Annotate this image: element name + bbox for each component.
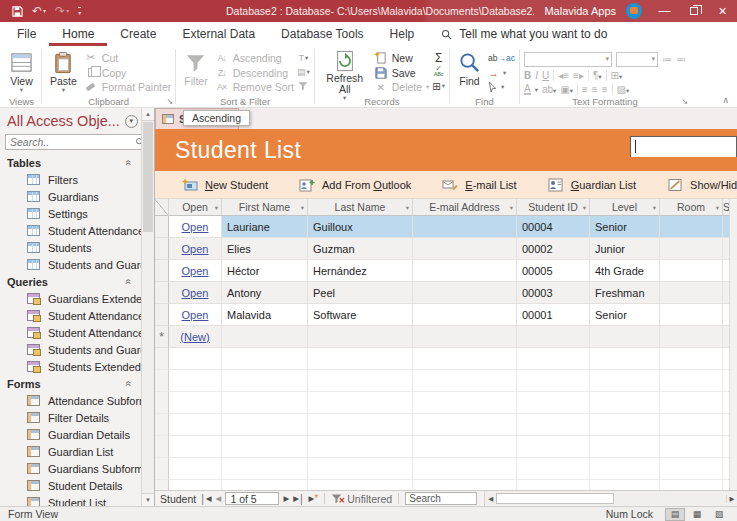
column-header-student-id[interactable]: Student ID▾ bbox=[517, 199, 590, 216]
nav-search-box[interactable] bbox=[5, 134, 149, 150]
column-dropdown-icon[interactable]: ▾ bbox=[653, 204, 656, 212]
nav-item-guardian-details[interactable]: Guardian Details bbox=[0, 426, 154, 443]
save-record-button[interactable]: Save bbox=[374, 66, 430, 80]
minimize-button[interactable]: — bbox=[650, 0, 679, 22]
account-name[interactable]: Malavida Apps bbox=[534, 5, 626, 17]
design-view-button[interactable]: ▧ bbox=[709, 508, 729, 521]
horizontal-scrollbar[interactable]: ◀ ▶ bbox=[484, 491, 737, 506]
refresh-all-button[interactable]: Refresh All ▾ bbox=[319, 48, 371, 94]
filter-options-button[interactable]: ▤▾ bbox=[297, 66, 310, 78]
highlight-color-icon[interactable]: ab▾ bbox=[542, 84, 556, 95]
descending-button[interactable]: Z↓Descending bbox=[215, 66, 294, 80]
dialog-launcher-icon[interactable]: ↘ bbox=[167, 97, 174, 106]
nav-item-filters[interactable]: Filters bbox=[0, 171, 154, 188]
account-avatar[interactable] bbox=[626, 3, 642, 19]
nav-item-attendance-subform[interactable]: Attendance Subform bbox=[0, 392, 154, 409]
numbering-icon[interactable]: ≕ bbox=[676, 54, 686, 65]
column-header-first-name[interactable]: First Name▾ bbox=[222, 199, 308, 216]
open-link[interactable]: Open bbox=[182, 265, 209, 277]
italic-button[interactable]: I bbox=[535, 70, 538, 81]
copy-button[interactable]: Copy bbox=[84, 66, 171, 80]
new-record-row[interactable]: *(New) bbox=[155, 326, 737, 348]
show-hide-fields-button[interactable]: Show/Hide Fields bbox=[667, 178, 737, 192]
column-dropdown-icon[interactable]: ▾ bbox=[301, 204, 304, 212]
column-dropdown-icon[interactable]: ▾ bbox=[510, 204, 513, 212]
nav-section-tables[interactable]: Tables« bbox=[0, 154, 154, 171]
open-link[interactable]: Open bbox=[182, 221, 209, 233]
last-record-icon[interactable]: ▶│ bbox=[293, 494, 304, 504]
nav-item-students[interactable]: Students bbox=[0, 239, 154, 256]
nav-item-students-and-guardians-e[interactable]: Students and Guardians E... bbox=[0, 341, 154, 358]
font-size-combo[interactable] bbox=[616, 52, 658, 67]
new-record-icon[interactable]: ▶* bbox=[309, 494, 319, 503]
nav-item-guardians[interactable]: Guardians bbox=[0, 188, 154, 205]
decrease-indent-icon[interactable]: ◂≡ bbox=[558, 70, 569, 81]
next-record-icon[interactable]: ▶ bbox=[283, 494, 289, 503]
spelling-button[interactable]: ✓ᴬᴮᶜ bbox=[434, 66, 444, 78]
filter-indicator-icon[interactable]: ✕ bbox=[331, 493, 343, 504]
background-color-icon[interactable]: ▣▾ bbox=[560, 84, 573, 95]
form-view-button[interactable]: ▤ bbox=[665, 508, 685, 521]
scroll-up-icon[interactable]: ▲ bbox=[142, 108, 154, 121]
nav-item-student-attendance-exten[interactable]: Student Attendance Exten... bbox=[0, 324, 154, 341]
column-dropdown-icon[interactable]: ▾ bbox=[716, 204, 719, 212]
bold-button[interactable]: B bbox=[524, 70, 531, 81]
email-list-button[interactable]: E-mail List bbox=[442, 178, 516, 192]
record-search-input[interactable] bbox=[405, 492, 477, 505]
ribbon-tab-create[interactable]: Create bbox=[107, 22, 169, 46]
find-button[interactable]: Find bbox=[454, 48, 485, 94]
record-position[interactable]: 1 of 5 bbox=[225, 492, 279, 505]
previous-record-icon[interactable]: ◀ bbox=[216, 494, 222, 503]
column-dropdown-icon[interactable]: ▾ bbox=[583, 204, 586, 212]
first-record-icon[interactable]: │◀ bbox=[200, 494, 211, 504]
column-header-last-name[interactable]: Last Name▾ bbox=[308, 199, 413, 216]
scrollbar-thumb[interactable] bbox=[496, 493, 614, 504]
undo-button[interactable]: ↶▾ bbox=[32, 6, 46, 16]
ribbon-tab-database-tools[interactable]: Database Tools bbox=[268, 22, 377, 46]
nav-item-student-details[interactable]: Student Details bbox=[0, 477, 154, 494]
format-painter-button[interactable]: Format Painter bbox=[84, 80, 171, 94]
column-header-room[interactable]: Room▾ bbox=[660, 199, 723, 216]
nav-search-input[interactable] bbox=[6, 136, 135, 148]
customize-qat-icon[interactable]: ▾ bbox=[78, 7, 81, 16]
add-from-outlook-button[interactable]: Add From Outlook bbox=[299, 178, 411, 192]
scroll-down-icon[interactable]: ▼ bbox=[142, 493, 154, 506]
filter-state-label[interactable]: Unfiltered bbox=[347, 493, 392, 505]
new-record-link[interactable]: (New) bbox=[180, 331, 209, 343]
advanced-filter-button[interactable]: T▾ bbox=[298, 52, 308, 64]
scroll-left-icon[interactable]: ◀ bbox=[485, 495, 496, 503]
nav-item-student-attendance-count[interactable]: Student Attendance Count bbox=[0, 307, 154, 324]
ribbon-tab-file[interactable]: File bbox=[4, 22, 49, 46]
collapse-section-icon[interactable]: « bbox=[124, 279, 135, 285]
column-header-level[interactable]: Level▾ bbox=[590, 199, 660, 216]
column-header-e-mail-address[interactable]: E-mail Address▾ bbox=[413, 199, 517, 216]
nav-scrollbar[interactable]: ▲ ▼ bbox=[141, 108, 154, 506]
nav-item-guardian-list[interactable]: Guardian List bbox=[0, 443, 154, 460]
scroll-right-icon[interactable]: ▶ bbox=[726, 495, 737, 503]
student-row[interactable]: OpenLaurianeGuilloux00004Senior bbox=[155, 216, 737, 238]
remove-sort-button[interactable]: A×Remove Sort bbox=[215, 80, 294, 94]
collapse-section-icon[interactable]: « bbox=[124, 381, 135, 387]
align-center-icon[interactable]: ≡ bbox=[592, 84, 598, 95]
select-all-corner[interactable] bbox=[155, 199, 169, 216]
nav-item-guardians-subform[interactable]: Guardians Subform bbox=[0, 460, 154, 477]
tell-me-box[interactable]: Tell me what you want to do bbox=[441, 22, 607, 46]
nav-item-settings[interactable]: Settings bbox=[0, 205, 154, 222]
alternate-row-color-icon[interactable]: ▨▾ bbox=[617, 84, 630, 95]
student-row[interactable]: OpenEliesGuzman00002Junior bbox=[155, 238, 737, 260]
nav-item-students-extended[interactable]: Students Extended bbox=[0, 358, 154, 375]
student-search-input[interactable] bbox=[631, 138, 736, 157]
filter-button[interactable]: Filter bbox=[180, 48, 211, 94]
gridlines-icon[interactable]: ⊞▾ bbox=[611, 70, 623, 81]
open-link[interactable]: Open bbox=[182, 243, 209, 255]
more-records-button[interactable]: ⊞▾ bbox=[432, 80, 445, 92]
collapse-section-icon[interactable]: « bbox=[124, 160, 135, 166]
nav-pane-header[interactable]: All Access Obje... ▼ « bbox=[0, 108, 154, 134]
nav-item-students-and-guardians[interactable]: Students and Guardians bbox=[0, 256, 154, 273]
text-direction-icon[interactable]: ¶▾ bbox=[593, 70, 602, 81]
goto-button[interactable]: →▾ bbox=[488, 66, 515, 80]
student-row[interactable]: OpenAntonyPeel00003Freshman bbox=[155, 282, 737, 304]
ascending-button[interactable]: A↓Ascending bbox=[215, 51, 294, 65]
select-button[interactable]: ▾ bbox=[488, 80, 515, 94]
nav-pane-menu-icon[interactable]: ▼ bbox=[125, 115, 138, 128]
